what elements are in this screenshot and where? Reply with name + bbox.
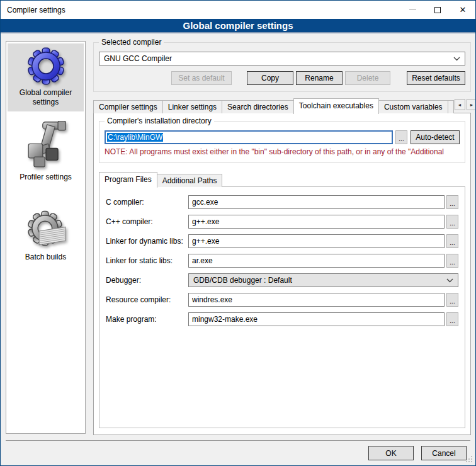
auto-detect-button[interactable]: Auto-detect [411,130,460,144]
arrow-right-icon: ► [470,103,474,107]
settings-category-list: Global compiler settings [6,41,86,434]
close-icon: ✕ [460,6,467,14]
compiler-buttons-row: Set as default Copy Rename Delete Reset … [99,71,465,85]
maximize-icon [434,7,441,13]
static-linker-browse-button[interactable]: ... [446,254,458,268]
arrow-left-icon: ◄ [458,103,462,107]
form-row-c-compiler: C compiler: ... [106,195,458,209]
c-compiler-label: C compiler: [106,198,188,207]
rename-button[interactable]: Rename [296,71,343,85]
resource-compiler-label: Resource compiler: [106,295,188,304]
resource-compiler-input[interactable] [188,293,445,307]
window-title: Compiler settings [1,6,65,14]
subtab-program-files[interactable]: Program Files [99,172,157,188]
dynamic-linker-label: Linker for dynamic libs: [106,237,188,246]
cpp-compiler-browse-button[interactable]: ... [446,215,458,229]
installation-directory-row: C:\raylib\MinGW ... Auto-detect [105,130,460,144]
sidebar-item-label: Batch builds [25,253,66,262]
programs-subtab-strip: Program Files Additional Paths [99,172,465,187]
sidebar-item-label: Global compiler settings [9,88,82,107]
footer-buttons: OK Cancel [368,446,467,460]
compiler-settings-dialog: Compiler settings ✕ Global compiler sett… [0,0,476,466]
debugger-select[interactable]: GDB/CDB debugger : Default [188,273,458,287]
footer-separator [6,440,470,441]
sidebar-item-label: Profiler settings [20,173,72,182]
title-bar: Compiler settings ✕ [1,1,475,19]
make-program-input[interactable] [188,312,445,326]
window-controls: ✕ [400,1,475,19]
dynamic-linker-browse-button[interactable]: ... [446,234,458,248]
resource-compiler-browse-button[interactable]: ... [446,293,458,307]
tab-search-directories[interactable]: Search directories [222,100,294,113]
tab-scroll-right-button[interactable]: ► [467,99,476,110]
form-row-debugger: Debugger: GDB/CDB debugger : Default [106,273,458,287]
tab-linker-settings[interactable]: Linker settings [162,100,222,113]
tab-toolchain-executables[interactable]: Toolchain executables [293,98,379,114]
dialog-header: Global compiler settings [1,19,475,33]
ok-button[interactable]: OK [368,446,414,460]
debugger-label: Debugger: [106,276,188,285]
minimize-button[interactable] [400,1,425,19]
directory-note-text: NOTE: All programs must exist either in … [105,147,460,156]
installation-directory-group: Compiler's installation directory C:\ray… [99,121,465,163]
program-files-page: C compiler: ... C++ compiler: ... Linker… [99,186,465,428]
reset-defaults-button[interactable]: Reset defaults [407,71,465,85]
toolchain-executables-page: Compiler's installation directory C:\ray… [93,113,471,435]
static-linker-label: Linker for static libs: [106,256,188,265]
copy-button[interactable]: Copy [247,71,293,85]
installation-directory-value: C:\raylib\MinGW [107,133,163,142]
form-row-dynamic-linker: Linker for dynamic libs: ... [106,234,458,248]
installation-directory-group-title: Compiler's installation directory [105,116,214,125]
static-linker-input[interactable] [188,254,445,268]
blue-gear-icon [26,47,65,86]
form-row-make-program: Make program: ... [106,312,458,326]
sidebar-item-global-compiler-settings[interactable]: Global compiler settings [8,43,84,111]
chevron-down-icon [446,278,453,283]
settings-tab-strip: Compiler settings Linker settings Search… [93,98,471,113]
tab-compiler-settings[interactable]: Compiler settings [93,100,163,113]
chevron-down-icon [453,57,460,61]
sidebar-item-profiler-settings[interactable]: Profiler settings [8,118,84,186]
cpp-compiler-input[interactable] [188,215,445,229]
selected-compiler-group-title: Selected compiler [99,38,164,47]
tab-custom-variables[interactable]: Custom variables [378,100,448,113]
tab-scroll-left-button[interactable]: ◄ [455,99,465,110]
subtab-additional-paths[interactable]: Additional Paths [157,174,223,187]
dialog-body: Global compiler settings [1,35,475,465]
debugger-select-value: GDB/CDB debugger : Default [193,276,292,285]
make-program-label: Make program: [106,315,188,324]
installation-directory-input[interactable]: C:\raylib\MinGW [105,130,393,144]
make-program-browse-button[interactable]: ... [446,312,458,326]
close-button[interactable]: ✕ [450,1,475,19]
c-compiler-browse-button[interactable]: ... [446,195,458,209]
cpp-compiler-label: C++ compiler: [106,217,188,226]
main-panel: Selected compiler GNU GCC Compiler Set a… [93,42,471,435]
selected-compiler-group: Selected compiler GNU GCC Compiler Set a… [93,42,471,92]
sidebar-item-batch-builds[interactable]: Batch builds [8,205,84,266]
maximize-button[interactable] [425,1,450,19]
compiler-select-value: GNU GCC Compiler [104,54,172,63]
caliper-icon [24,121,68,170]
set-as-default-button[interactable]: Set as default [171,71,232,85]
minimize-icon [409,9,416,10]
dynamic-linker-input[interactable] [188,234,445,248]
delete-button[interactable]: Delete [345,71,390,85]
browse-directory-button[interactable]: ... [395,130,407,144]
resize-grip-icon[interactable] [471,461,472,462]
form-row-cpp-compiler: C++ compiler: ... [106,215,458,229]
form-row-static-linker: Linker for static libs: ... [106,254,458,268]
form-row-resource-compiler: Resource compiler: ... [106,293,458,307]
gray-gear-stack-icon [25,208,67,250]
tab-scroll-buttons: ◄ ► [453,99,476,110]
compiler-select[interactable]: GNU GCC Compiler [99,52,465,65]
c-compiler-input[interactable] [188,195,445,209]
cancel-button[interactable]: Cancel [421,446,467,460]
